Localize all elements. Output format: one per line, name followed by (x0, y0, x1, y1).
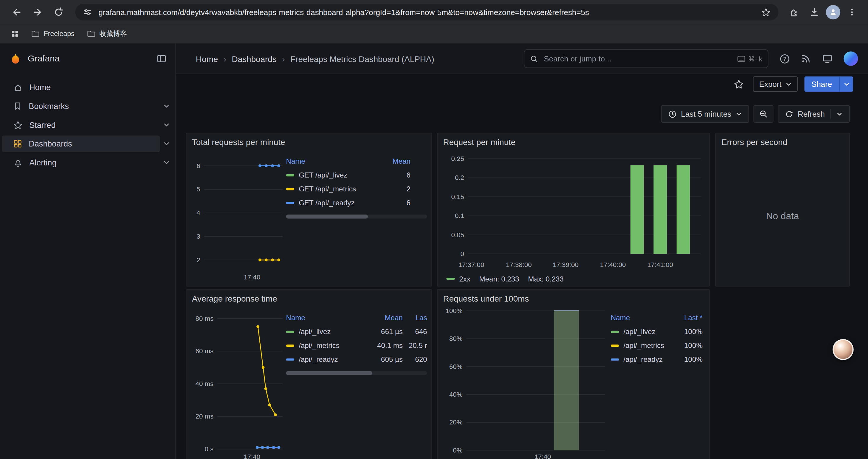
share-button[interactable]: Share (804, 76, 853, 92)
series-name[interactable]: /api/_metrics (623, 341, 664, 350)
time-range-picker[interactable]: Last 5 minutes (661, 105, 749, 123)
svg-text:17:40: 17:40 (534, 453, 551, 459)
bookmark-item[interactable]: 收藏博客 (81, 27, 132, 41)
svg-text:0.1: 0.1 (455, 212, 464, 220)
series-stat: Max: 0.233 (528, 275, 563, 283)
series-name[interactable]: /api/_metrics (299, 341, 339, 350)
refresh-button[interactable]: Refresh (778, 105, 850, 123)
series-name[interactable]: /api/_livez (299, 328, 331, 336)
sidebar-item-alerting[interactable]: Alerting (2, 154, 160, 171)
chevron-down-icon[interactable] (163, 159, 169, 166)
favorite-star-button[interactable] (732, 76, 747, 92)
breadcrumb-item[interactable]: Home (196, 54, 218, 64)
svg-text:20%: 20% (449, 419, 462, 426)
series-name[interactable]: 2xx (446, 275, 470, 283)
share-button-label[interactable]: Share (804, 76, 839, 92)
search-input[interactable] (543, 54, 733, 64)
series-value: 605 µs (370, 355, 403, 363)
panel-title[interactable]: Request per minute (438, 133, 709, 150)
sidebar-row: Home (0, 78, 176, 97)
chevron-down-icon[interactable] (163, 103, 169, 109)
sidebar-row: Bookmarks (0, 97, 176, 116)
extensions-icon[interactable] (786, 4, 803, 21)
panel-title[interactable]: Errors per second (716, 133, 849, 150)
user-avatar[interactable] (844, 52, 858, 66)
sidebar-row: Starred (0, 116, 176, 134)
site-settings-icon[interactable] (82, 4, 93, 21)
dock-sidebar-icon[interactable] (157, 54, 167, 64)
panel-title[interactable]: Requests under 100ms (438, 290, 709, 306)
legend-row: GET /api/_metrics2 (286, 182, 427, 196)
search-box[interactable]: ⌘+k (524, 49, 769, 68)
series-name[interactable]: GET /api/_livez (299, 171, 347, 179)
series-name[interactable]: GET /api/_readyz (299, 198, 354, 207)
browser-forward-button[interactable] (29, 3, 46, 21)
breadcrumb-item[interactable]: Dashboards (232, 54, 277, 64)
svg-text:0 s: 0 s (205, 446, 214, 453)
chevron-down-icon[interactable] (163, 140, 169, 147)
panel-legend: NameMeanLas /api/_livez661 µs646 /api/_m… (286, 306, 427, 459)
panel-chart[interactable]: 80 ms60 ms40 ms20 ms0 s17:40 (191, 306, 286, 459)
panel-avg_response: Average response time 80 ms60 ms40 ms20 … (186, 289, 432, 459)
sidebar-item-starred[interactable]: Starred (2, 117, 160, 133)
breadcrumb: Home›Dashboards›Freeleaps Metrics Dashbo… (196, 54, 434, 64)
series-name[interactable]: /api/_readyz (299, 355, 338, 363)
downloads-icon[interactable] (806, 4, 823, 21)
sidebar-item-home[interactable]: Home (2, 79, 169, 96)
help-icon[interactable]: ? (779, 54, 790, 64)
sidebar-item-dashboards[interactable]: Dashboards (2, 136, 160, 152)
legend-scrollbar[interactable] (286, 371, 427, 375)
panel-title[interactable]: Average response time (186, 290, 432, 306)
browser-reload-button[interactable] (50, 3, 68, 21)
sidebar-item-label: Bookmarks (29, 102, 69, 111)
url-text[interactable]: grafana.mathmast.com/d/deytv4rwavabkb/fr… (98, 8, 754, 17)
bookmark-item[interactable]: Freeleaps (25, 27, 80, 40)
brand-row: Grafana (0, 44, 176, 73)
monitor-icon[interactable] (822, 54, 833, 64)
grafana-logo[interactable] (9, 52, 22, 65)
share-menu-chevron[interactable] (839, 76, 853, 92)
sidebar-item-bookmarks[interactable]: Bookmarks (2, 98, 160, 114)
news-rss-icon[interactable] (801, 54, 811, 64)
legend-col-1[interactable]: Las (403, 314, 427, 322)
profile-avatar[interactable] (826, 5, 840, 20)
legend-scrollbar[interactable] (286, 215, 427, 219)
legend-header: NameMeanLas (286, 311, 427, 325)
legend-header: NameLast * (611, 311, 705, 325)
chevron-down-icon[interactable] (163, 122, 169, 128)
apps-grid-icon[interactable] (6, 25, 23, 42)
legend-header: NameMean (286, 154, 427, 168)
panel-title[interactable]: Total requests per minute (186, 133, 432, 150)
home-icon (13, 83, 23, 92)
address-bar[interactable]: grafana.mathmast.com/d/deytv4rwavabkb/fr… (75, 4, 778, 21)
legend-col-name[interactable]: Name (286, 314, 370, 322)
svg-text:0.2: 0.2 (455, 174, 464, 182)
legend-col-0[interactable]: Mean (370, 314, 403, 322)
legend-col-0[interactable]: Mean (377, 157, 410, 165)
svg-text:40 ms: 40 ms (195, 380, 214, 388)
series-name[interactable]: /api/_livez (623, 328, 655, 336)
series-value: 6 (377, 198, 410, 207)
browser-menu-kebab-icon[interactable] (844, 4, 860, 21)
sidebar-row: Alerting (0, 153, 176, 172)
series-swatch (286, 188, 294, 190)
svg-text:0.25: 0.25 (451, 155, 464, 162)
svg-text:?: ? (783, 56, 786, 62)
zoom-out-button[interactable] (753, 105, 773, 123)
legend-col-name[interactable]: Name (286, 157, 377, 165)
panel-chart[interactable]: 100%80%60%40%20%0%17:40 (442, 306, 611, 459)
panel-chart[interactable]: 0.250.20.150.10.05017:37:0017:38:0017:39… (442, 150, 705, 273)
browser-back-button[interactable] (8, 3, 25, 21)
refresh-interval-chevron[interactable] (836, 111, 843, 117)
legend-col-0[interactable]: Last * (672, 314, 703, 322)
export-button[interactable]: Export (753, 76, 798, 92)
series-name[interactable]: /api/_readyz (623, 355, 663, 363)
series-name[interactable]: GET /api/_metrics (299, 185, 356, 193)
panel-chart[interactable]: 6543217:40 (191, 150, 286, 282)
legend-col-name[interactable]: Name (611, 314, 672, 322)
time-controls: Last 5 minutes Refresh (661, 105, 850, 123)
bookmark-star-icon[interactable] (760, 4, 772, 21)
legend-row: GET /api/_livez6 (286, 168, 427, 182)
assistant-avatar-bubble[interactable] (833, 339, 854, 360)
sidebar-nav: Home Bookmarks Starred Dashboards Alerti… (0, 73, 176, 172)
